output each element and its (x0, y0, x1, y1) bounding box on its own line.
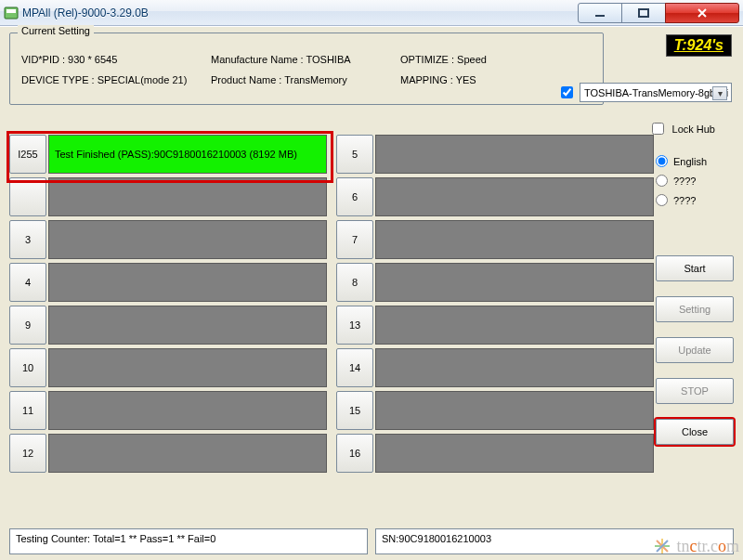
device-type-label: DEVICE TYPE : SPECIAL(mode 21) (21, 74, 207, 85)
slot-status (375, 220, 654, 259)
slot-row: 13 (336, 306, 654, 345)
slot-row: 5 (336, 135, 654, 174)
slot-row: 9 (9, 306, 327, 345)
lang-label-2: ???? (673, 176, 696, 187)
title-bar: MPAll (Rel)-9000-3.29.0B (0, 0, 743, 26)
slot-status (375, 306, 654, 345)
slot-number-button[interactable]: I255 (9, 135, 46, 174)
profile-dropdown[interactable]: TOSHIBA-TransMemory-8gb.ini (580, 83, 732, 102)
profile-dropdown-value: TOSHIBA-TransMemory-8gb.ini (584, 87, 728, 98)
lock-hub-checkbox[interactable] (652, 123, 664, 135)
minimize-button[interactable] (578, 3, 622, 23)
slot-row (9, 177, 327, 216)
setting-button[interactable]: Setting (656, 296, 734, 322)
profile-checkbox[interactable] (561, 86, 573, 98)
slot-number-button[interactable] (9, 177, 46, 216)
app-icon (4, 6, 19, 20)
slot-row: 10 (9, 348, 327, 387)
slot-row: 14 (336, 348, 654, 387)
lang-radio-3[interactable] (656, 194, 668, 206)
lang-label-3: ???? (673, 195, 696, 206)
slot-number-button[interactable]: 15 (336, 391, 373, 430)
slot-number-button[interactable]: 3 (9, 220, 46, 259)
slot-status (375, 391, 654, 430)
lock-hub-label: Lock Hub (672, 124, 715, 135)
slot-number-button[interactable]: 9 (9, 306, 46, 345)
slot-status (375, 177, 654, 216)
lang-label-english: English (673, 156, 707, 167)
slot-number-button[interactable]: 13 (336, 306, 373, 345)
slot-status (48, 177, 327, 216)
slot-number-button[interactable]: 12 (9, 434, 46, 473)
slot-status (48, 391, 327, 430)
window-title: MPAll (Rel)-9000-3.29.0B (22, 7, 149, 20)
start-button[interactable]: Start (656, 255, 734, 281)
svg-rect-2 (595, 15, 605, 17)
slot-status (375, 263, 654, 302)
sn-panel: SN:90C9180016210003 (375, 528, 734, 554)
slot-status: Test Finished (PASS):90C9180016210003 (8… (48, 135, 327, 174)
manufacture-name-label: Manufacture Name : TOSHIBA (211, 54, 397, 65)
slot-number-button[interactable]: 8 (336, 263, 373, 302)
slot-row: 15 (336, 391, 654, 430)
mapping-label: MAPPING : YES (400, 74, 549, 85)
slot-number-button[interactable]: 10 (9, 348, 46, 387)
language-radio-group: English ???? ???? (656, 155, 734, 206)
update-button[interactable]: Update (656, 337, 734, 363)
stop-button[interactable]: STOP (656, 378, 734, 404)
vid-pid-label: VID*PID : 930 * 6545 (21, 54, 207, 65)
slot-row: 16 (336, 434, 654, 473)
slot-row: 7 (336, 220, 654, 259)
timer-display: T:924's (666, 34, 732, 57)
svg-rect-3 (639, 9, 648, 17)
product-name-label: Product Name : TransMemory (211, 74, 397, 85)
slot-status (48, 263, 327, 302)
slot-number-button[interactable]: 14 (336, 348, 373, 387)
maximize-button[interactable] (621, 3, 666, 23)
testing-counter-panel: Testing Counter: Total=1 ** Pass=1 ** Fa… (9, 528, 368, 554)
slot-number-button[interactable]: 11 (9, 391, 46, 430)
slot-status (48, 348, 327, 387)
slot-number-button[interactable]: 16 (336, 434, 373, 473)
slot-status (375, 348, 654, 387)
close-button[interactable]: Close (656, 419, 734, 445)
slot-number-button[interactable]: 6 (336, 177, 373, 216)
optimize-label: OPTIMIZE : Speed (400, 54, 549, 65)
slot-number-button[interactable]: 5 (336, 135, 373, 174)
slot-status (48, 434, 327, 473)
slot-row: 12 (9, 434, 327, 473)
lang-radio-english[interactable] (656, 155, 668, 167)
slot-row: 11 (9, 391, 327, 430)
svg-rect-1 (7, 9, 16, 13)
current-setting-legend: Current Setting (18, 25, 94, 36)
slot-row: 6 (336, 177, 654, 216)
slot-number-button[interactable]: 4 (9, 263, 46, 302)
slot-status (375, 434, 654, 473)
slot-status (48, 220, 327, 259)
window-close-button[interactable] (665, 3, 739, 23)
slot-row: 8 (336, 263, 654, 302)
lang-radio-2[interactable] (656, 175, 668, 187)
current-setting-group: Current Setting VID*PID : 930 * 6545 Man… (9, 33, 604, 105)
slot-status (375, 135, 654, 174)
slot-status (48, 306, 327, 345)
slot-row: I255Test Finished (PASS):90C918001621000… (9, 135, 327, 174)
slot-number-button[interactable]: 7 (336, 220, 373, 259)
slot-row: 4 (9, 263, 327, 302)
slot-row: 3 (9, 220, 327, 259)
